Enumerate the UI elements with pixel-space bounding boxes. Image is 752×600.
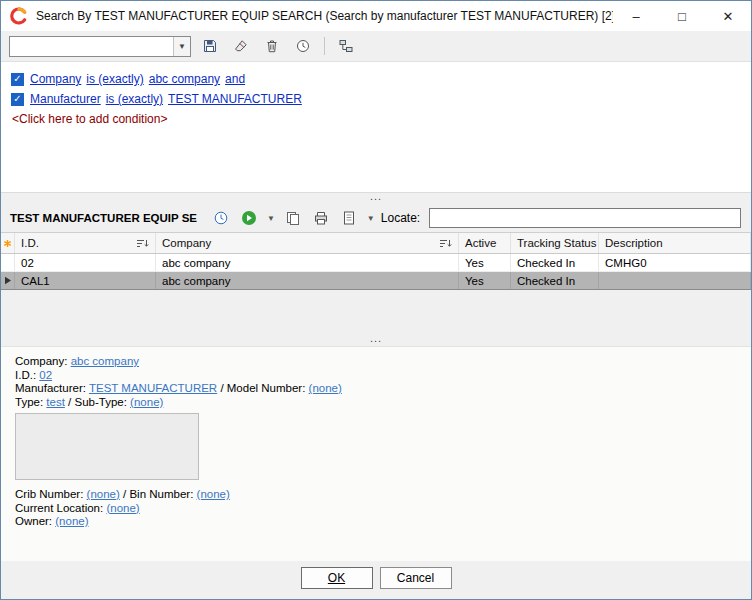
id-label: I.D.: bbox=[15, 369, 36, 381]
table-row[interactable]: 02 abc company Yes Checked In CMHG0 bbox=[1, 254, 751, 272]
minimize-button[interactable]: – bbox=[613, 1, 659, 31]
column-header-label: I.D. bbox=[21, 237, 39, 249]
column-header-company[interactable]: Company bbox=[156, 233, 459, 253]
cell-id: 02 bbox=[15, 254, 156, 271]
details-panel: Company: abc company I.D.: 02 Manufactur… bbox=[1, 346, 751, 561]
copy-results-button[interactable] bbox=[281, 206, 305, 230]
run-options-chevron-icon[interactable]: ▼ bbox=[265, 214, 277, 223]
current-location-label: Current Location: bbox=[15, 502, 103, 514]
condition-field-link[interactable]: Company bbox=[30, 72, 81, 86]
ok-button-label: OK bbox=[328, 571, 345, 585]
condition-value-link[interactable]: abc company bbox=[149, 72, 220, 86]
owner-link[interactable]: (none) bbox=[55, 515, 88, 527]
sort-icon bbox=[439, 238, 452, 249]
export-icon bbox=[341, 210, 357, 226]
cell-tracking-status: Checked In bbox=[511, 254, 599, 271]
cell-company: abc company bbox=[156, 272, 459, 289]
toolbar-separator bbox=[324, 37, 325, 55]
saved-search-combo[interactable]: ▼ bbox=[9, 36, 191, 57]
clock-icon bbox=[295, 38, 311, 54]
type-label: Type: bbox=[15, 396, 43, 408]
model-number-link[interactable]: (none) bbox=[309, 382, 342, 394]
model-number-label: / Model Number: bbox=[220, 382, 305, 394]
run-search-button[interactable] bbox=[237, 206, 261, 230]
history-button[interactable] bbox=[291, 34, 315, 58]
manufacturer-link[interactable]: TEST MANUFACTURER bbox=[89, 382, 217, 394]
close-button[interactable]: ✕ bbox=[705, 1, 751, 31]
column-header-label: Company bbox=[162, 237, 211, 249]
company-link[interactable]: abc company bbox=[71, 355, 139, 367]
bin-number-label: / Bin Number: bbox=[123, 488, 193, 500]
print-button[interactable] bbox=[309, 206, 333, 230]
equip-search-dialog: Search By TEST MANUFACTURER EQUIP SEARCH… bbox=[0, 0, 752, 600]
results-grid: I.D. Company Active Tracking bbox=[1, 232, 751, 290]
cell-company: abc company bbox=[156, 254, 459, 271]
cancel-button[interactable]: Cancel bbox=[380, 567, 452, 589]
column-header-label: Description bbox=[605, 237, 663, 249]
schedule-button[interactable] bbox=[209, 206, 233, 230]
company-label: Company: bbox=[15, 355, 67, 367]
type-link[interactable]: test bbox=[46, 396, 65, 408]
condition-operator-link[interactable]: is (exactly) bbox=[106, 92, 163, 106]
condition-value-link[interactable]: TEST MANUFACTURER bbox=[168, 92, 302, 106]
select-all-cell[interactable] bbox=[1, 233, 15, 253]
condition-field-link[interactable]: Manufacturer bbox=[30, 92, 101, 106]
current-row-arrow-icon bbox=[4, 276, 12, 285]
add-condition-link[interactable]: <Click here to add condition> bbox=[12, 112, 167, 126]
condition-conjunction-link[interactable]: and bbox=[225, 72, 245, 86]
locate-input[interactable] bbox=[429, 208, 741, 228]
maximize-button[interactable]: □ bbox=[659, 1, 705, 31]
save-search-button[interactable] bbox=[198, 34, 222, 58]
cell-id: CAL1 bbox=[15, 272, 156, 289]
save-icon bbox=[202, 38, 218, 54]
export-button[interactable] bbox=[337, 206, 361, 230]
row-selector-cell bbox=[1, 254, 15, 271]
dialog-footer: OK Cancel bbox=[1, 561, 751, 599]
detail-location-line: Current Location: (none) bbox=[15, 502, 739, 516]
play-icon bbox=[241, 210, 257, 226]
subtype-label: / Sub-Type: bbox=[68, 396, 127, 408]
conditions-results-splitter[interactable]: ... bbox=[1, 193, 751, 204]
condition-row: Company is (exactly) abc company and bbox=[11, 69, 741, 89]
export-options-chevron-icon[interactable]: ▼ bbox=[365, 214, 377, 223]
results-title: TEST MANUFACTURER EQUIP SE bbox=[10, 212, 197, 224]
row-selector-cell bbox=[1, 272, 15, 289]
condition-row: Manufacturer is (exactly) TEST MANUFACTU… bbox=[11, 89, 741, 109]
clear-search-button[interactable] bbox=[229, 34, 253, 58]
column-header-label: Active bbox=[465, 237, 496, 249]
detail-crib-bin-line: Crib Number: (none) / Bin Number: (none) bbox=[15, 488, 739, 502]
column-header-tracking-status[interactable]: Tracking Status bbox=[511, 233, 599, 253]
column-header-id[interactable]: I.D. bbox=[15, 233, 156, 253]
hierarchy-button[interactable] bbox=[334, 34, 358, 58]
item-image-placeholder bbox=[15, 413, 199, 480]
detail-owner-line: Owner: (none) bbox=[15, 515, 739, 529]
cell-description: CMHG0 bbox=[599, 254, 751, 271]
grid-empty-area bbox=[1, 290, 751, 335]
results-details-splitter[interactable]: ... bbox=[1, 335, 751, 346]
table-row[interactable]: CAL1 abc company Yes Checked In bbox=[1, 272, 751, 290]
condition-checkbox[interactable] bbox=[11, 93, 24, 106]
detail-type-line: Type: test / Sub-Type: (none) bbox=[15, 396, 739, 410]
id-link[interactable]: 02 bbox=[39, 369, 52, 381]
bin-number-link[interactable]: (none) bbox=[197, 488, 230, 500]
condition-checkbox[interactable] bbox=[11, 73, 24, 86]
crib-number-link[interactable]: (none) bbox=[87, 488, 120, 500]
cancel-button-label: Cancel bbox=[397, 571, 434, 585]
column-header-active[interactable]: Active bbox=[459, 233, 511, 253]
column-header-description[interactable]: Description bbox=[599, 233, 751, 253]
app-logo-icon bbox=[10, 7, 28, 25]
title-bar: Search By TEST MANUFACTURER EQUIP SEARCH… bbox=[1, 1, 751, 31]
column-header-label: Tracking Status bbox=[517, 237, 596, 249]
conditions-panel: Company is (exactly) abc company and Man… bbox=[1, 61, 751, 193]
delete-search-button[interactable] bbox=[260, 34, 284, 58]
window-title: Search By TEST MANUFACTURER EQUIP SEARCH… bbox=[36, 9, 613, 23]
condition-operator-link[interactable]: is (exactly) bbox=[86, 72, 143, 86]
cell-active: Yes bbox=[459, 254, 511, 271]
chevron-down-icon[interactable]: ▼ bbox=[173, 37, 190, 56]
ok-button[interactable]: OK bbox=[301, 567, 373, 589]
window-controls: – □ ✕ bbox=[613, 1, 751, 31]
hierarchy-icon bbox=[338, 38, 354, 54]
subtype-link[interactable]: (none) bbox=[130, 396, 163, 408]
detail-company-line: Company: abc company bbox=[15, 355, 739, 369]
current-location-link[interactable]: (none) bbox=[106, 502, 139, 514]
